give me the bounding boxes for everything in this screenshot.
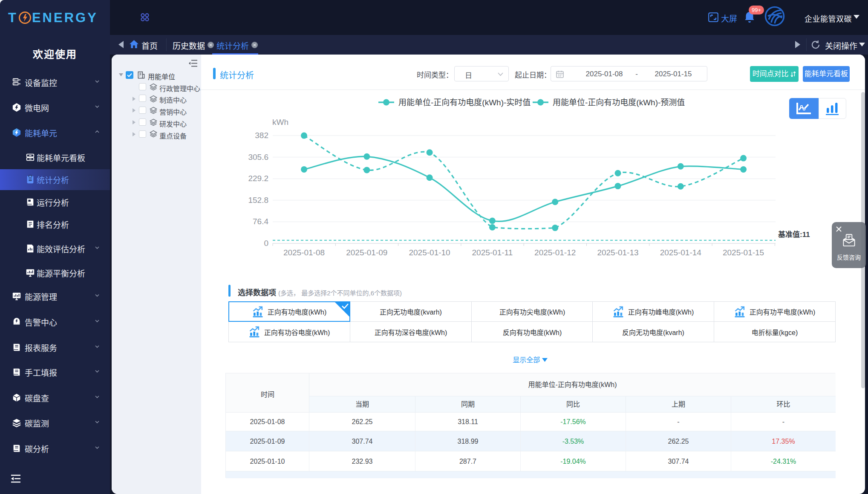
svg-text:2025-01-08: 2025-01-08: [283, 248, 325, 257]
svg-text:382: 382: [255, 131, 268, 140]
svg-text:0: 0: [264, 239, 268, 248]
svg-text:2025-01-12: 2025-01-12: [534, 248, 576, 257]
svg-text:用能单位-正向有功电度(kWh)-实时值: 用能单位-正向有功电度(kWh)-实时值: [398, 98, 531, 107]
svg-text:152.8: 152.8: [248, 196, 268, 205]
svg-text:2025-01-10: 2025-01-10: [409, 248, 450, 257]
svg-text:基准值:11: 基准值:11: [778, 230, 810, 239]
svg-text:用能单位-正向有功电度(kWh)-预测值: 用能单位-正向有功电度(kWh)-预测值: [553, 98, 685, 107]
svg-text:2025-01-13: 2025-01-13: [597, 248, 638, 257]
svg-text:kWh: kWh: [272, 118, 288, 127]
svg-text:2025-01-11: 2025-01-11: [472, 248, 513, 257]
svg-text:229.2: 229.2: [248, 174, 268, 183]
svg-text:2025-01-14: 2025-01-14: [660, 248, 702, 257]
svg-text:2025-01-09: 2025-01-09: [346, 248, 387, 257]
svg-text:2025-01-15: 2025-01-15: [723, 248, 764, 257]
svg-text:305.6: 305.6: [248, 153, 268, 162]
svg-text:76.4: 76.4: [253, 217, 268, 226]
